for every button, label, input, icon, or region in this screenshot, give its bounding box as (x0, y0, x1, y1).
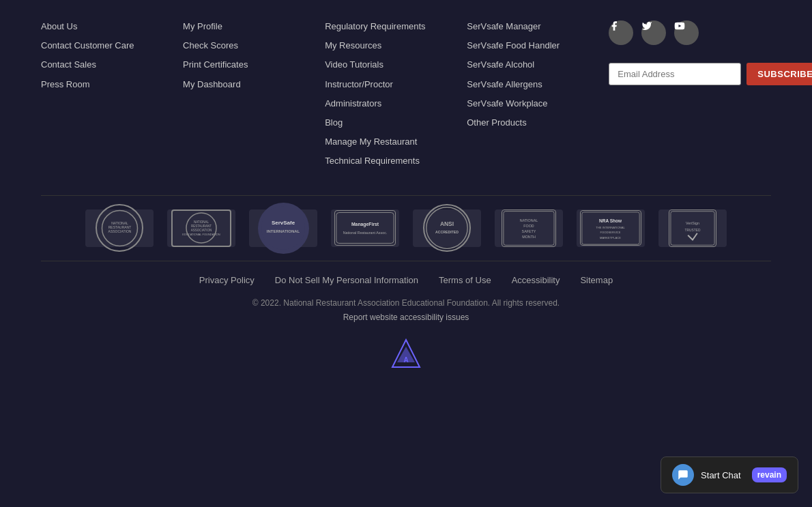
instructor-proctor-link[interactable]: Instructor/Proctor (325, 78, 460, 91)
servsafe-allergens-link[interactable]: SerVsafe Allergens (467, 78, 602, 91)
nra-logo: NATIONAL RESTAURANT ASSOCIATION (85, 209, 154, 247)
privacy-policy-link[interactable]: Privacy Policy (199, 275, 255, 285)
svg-text:FOODSERVICE: FOODSERVICE (600, 231, 620, 234)
svg-text:MARKETPLACE: MARKETPLACE (600, 235, 621, 239)
footer-col-social: Subscribe (609, 20, 771, 175)
video-tutorials-link[interactable]: Video Tutorials (325, 59, 460, 71)
email-subscribe-form: Subscribe (609, 63, 771, 85)
footer-col-profile: My Profile Check Scores Print Certificat… (183, 20, 318, 175)
nfsm-logo: NATIONAL FOOD SAFETY MONTH (495, 209, 563, 247)
servsafe-logo: ServSafe INTERNATIONAL (249, 209, 317, 247)
managefirst-logo: ManageFirst National Restaurant Assoc. (331, 209, 399, 247)
svg-text:ManageFirst: ManageFirst (351, 222, 379, 227)
partner-logos: NATIONAL RESTAURANT ASSOCIATION NATIONAL… (41, 195, 771, 261)
regulatory-req-link[interactable]: Regulatory Requirements (325, 20, 460, 33)
my-profile-link[interactable]: My Profile (183, 20, 318, 33)
footer: About Us Contact Customer Care Contact S… (0, 0, 812, 425)
svg-text:MONTH: MONTH (522, 234, 536, 238)
footer-bottom-links: Privacy Policy Do Not Sell My Personal I… (41, 275, 771, 285)
accessibility-issues-link[interactable]: Report website accessibility issues (343, 313, 469, 322)
svg-point-5 (186, 213, 216, 243)
about-us-link[interactable]: About Us (41, 20, 176, 33)
svg-text:RESTAURANT: RESTAURANT (191, 224, 212, 228)
svg-rect-13 (336, 213, 394, 244)
footer-col-resources: Regulatory Requirements My Resources Vid… (325, 20, 460, 175)
footer-columns: About Us Contact Customer Care Contact S… (41, 20, 771, 175)
svg-text:INTERNATIONAL: INTERNATIONAL (267, 229, 300, 233)
my-resources-link[interactable]: My Resources (325, 40, 460, 52)
svg-text:EDUCATIONAL FOUNDATION: EDUCATIONAL FOUNDATION (182, 233, 220, 236)
do-not-sell-link[interactable]: Do Not Sell My Personal Information (275, 275, 418, 285)
brand-logo-svg: A (389, 336, 423, 371)
svg-text:ASSOCIATION: ASSOCIATION (191, 229, 212, 232)
social-icons (609, 20, 771, 52)
svg-text:VeriSign: VeriSign (686, 221, 699, 225)
svg-point-10 (261, 206, 305, 250)
contact-sales-link[interactable]: Contact Sales (41, 59, 176, 71)
nrashow-logo: NRA Show THE INTERNATIONAL FOODSERVICE M… (577, 209, 645, 247)
verisign-logo: VeriSign TRUSTED (658, 209, 727, 247)
footer-col-products: SerVsafe Manager SerVsafe Food Handler S… (467, 20, 602, 175)
revain-brand: revain (752, 467, 787, 482)
blog-link[interactable]: Blog (325, 117, 460, 129)
svg-text:ACCREDITED: ACCREDITED (435, 230, 459, 234)
footer-copyright: © 2022. National Restaurant Association … (41, 296, 771, 325)
svg-text:NRA Show: NRA Show (599, 218, 622, 222)
technical-req-link[interactable]: Technical Requirements (325, 155, 460, 167)
svg-text:THE INTERNATIONAL: THE INTERNATIONAL (596, 225, 625, 229)
youtube-icon[interactable] (674, 20, 699, 45)
accessibility-link[interactable]: Accessibility (512, 275, 560, 285)
svg-text:ASSOCIATION: ASSOCIATION (108, 229, 131, 233)
copyright-text: © 2022. National Restaurant Association … (252, 298, 560, 308)
svg-text:ServSafe: ServSafe (272, 220, 295, 226)
contact-care-link[interactable]: Contact Customer Care (41, 40, 176, 52)
check-scores-link[interactable]: Check Scores (183, 40, 318, 52)
svg-text:TRUSTED: TRUSTED (685, 228, 701, 231)
chat-widget[interactable]: Start Chat revain (661, 457, 798, 493)
svg-text:ANSI: ANSI (440, 220, 454, 227)
chat-label: Start Chat (701, 470, 741, 480)
subscribe-button[interactable]: Subscribe (746, 63, 812, 85)
terms-of-use-link[interactable]: Terms of Use (439, 275, 491, 285)
email-input[interactable] (609, 63, 741, 85)
footer-brand-logo: A (41, 336, 771, 371)
sitemap-link[interactable]: Sitemap (580, 275, 613, 285)
svg-text:SAFETY: SAFETY (522, 229, 536, 233)
administrators-link[interactable]: Administrators (325, 98, 460, 110)
svg-text:A: A (403, 356, 408, 364)
nra-ef-logo: NATIONAL RESTAURANT ASSOCIATION EDUCATIO… (167, 209, 235, 247)
svg-text:NATIONAL: NATIONAL (194, 220, 209, 224)
servsafe-manager-link[interactable]: SerVsafe Manager (467, 20, 602, 33)
servsafe-food-handler-link[interactable]: SerVsafe Food Handler (467, 40, 602, 52)
other-products-link[interactable]: Other Products (467, 117, 602, 129)
footer-col-about: About Us Contact Customer Care Contact S… (41, 20, 176, 175)
svg-text:National Restaurant Assoc.: National Restaurant Assoc. (343, 231, 388, 235)
twitter-icon[interactable] (641, 20, 666, 45)
my-dashboard-link[interactable]: My Dashboard (183, 78, 318, 91)
press-room-link[interactable]: Press Room (41, 78, 176, 91)
svg-rect-19 (504, 211, 554, 245)
facebook-icon[interactable] (609, 20, 633, 45)
svg-text:NATIONAL: NATIONAL (520, 218, 538, 222)
svg-text:FOOD: FOOD (523, 224, 534, 228)
servsafe-alcohol-link[interactable]: SerVsafe Alcohol (467, 59, 602, 71)
servsafe-workplace-link[interactable]: SerVsafe Workplace (467, 98, 602, 110)
ansi-logo: ANSI ACCREDITED (413, 209, 481, 247)
svg-point-16 (426, 207, 467, 248)
print-certificates-link[interactable]: Print Certificates (183, 59, 318, 71)
manage-restaurant-link[interactable]: Manage My Restaurant (325, 136, 460, 148)
chat-icon (672, 464, 694, 486)
